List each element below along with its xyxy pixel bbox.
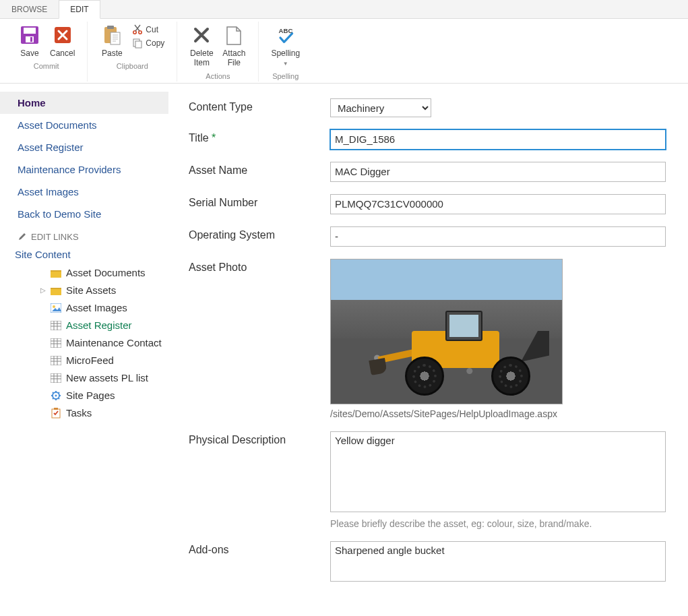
nav-site-content[interactable]: Site Content [0,246,168,263]
folder-icon [50,284,62,297]
group-actions-label: Actions [206,69,230,82]
group-spelling-label: Spelling [272,69,299,82]
save-icon [19,24,40,46]
nav-home[interactable]: Home [0,92,168,114]
sidebar: Home Asset Documents Asset Register Main… [0,84,168,611]
ribbon-group-actions: Delete Item Attach File Actions [177,22,259,82]
nav-asset-register[interactable]: Asset Register [0,136,168,158]
paste-button[interactable]: Paste [96,22,128,59]
cancel-label: Cancel [50,49,75,58]
picture-icon [50,302,62,314]
copy-button[interactable]: Copy [131,36,166,50]
tab-edit[interactable]: EDIT [59,0,100,19]
tree-asset-documents[interactable]: Asset Documents [50,264,168,282]
nav-maintenance-providers[interactable]: Maintenance Providers [0,158,168,181]
operating-system-label: Operating System [189,226,330,241]
cut-icon [132,24,143,35]
tree-asset-images[interactable]: Asset Images [50,299,168,317]
nav-asset-images[interactable]: Asset Images [0,181,168,203]
tree-new-assets-pl[interactable]: New assets PL list [50,369,168,387]
spelling-label: Spelling▼ [271,49,300,68]
edit-links-button[interactable]: EDIT LINKS [0,225,168,246]
physical-description-help: Please briefly describe the asset, eg: c… [330,518,666,529]
group-commit-label: Commit [34,59,59,71]
svg-rect-20 [51,373,61,383]
cancel-button[interactable]: Cancel [46,22,79,59]
tree-microfeed[interactable]: MicroFeed [50,352,168,369]
expand-icon[interactable]: ▷ [40,286,46,294]
required-indicator: * [212,132,216,144]
svg-text:ABC: ABC [278,27,292,34]
group-clipboard-label: Clipboard [117,59,148,71]
ribbon-group-spelling: ABC Spelling▼ Spelling [259,22,312,82]
paste-label: Paste [102,49,123,58]
tree-tasks[interactable]: Tasks [50,404,168,422]
list-icon [50,319,62,332]
ribbon-tabs: BROWSE EDIT [0,0,688,19]
edit-form: Content Type Machinery Title * Asset Nam… [168,84,688,611]
nav-asset-documents[interactable]: Asset Documents [0,114,168,136]
delete-label: Delete Item [190,49,214,68]
physical-description-input[interactable]: Yellow digger [330,431,666,512]
copy-icon [132,38,143,49]
folder-icon [50,267,62,279]
svg-rect-24 [54,408,58,410]
svg-rect-3 [30,37,32,42]
delete-icon [191,24,212,46]
svg-point-16 [53,305,55,308]
delete-item-button[interactable]: Delete Item [185,22,218,69]
title-label: Title * [189,129,330,144]
asset-name-label: Asset Name [189,162,330,177]
pencil-icon [18,232,27,241]
svg-point-9 [139,31,142,34]
asset-name-input[interactable] [330,162,666,182]
save-button[interactable]: Save [13,22,46,59]
asset-photo-label: Asset Photo [189,259,330,274]
gear-icon [50,390,62,402]
title-input[interactable] [330,129,666,150]
serial-number-label: Serial Number [189,194,330,209]
clipboard-icon [50,407,62,419]
svg-rect-14 [51,288,61,289]
ribbon: Save Cancel Commit Paste Cut [0,19,688,84]
tab-browse[interactable]: BROWSE [0,0,59,18]
svg-rect-13 [51,270,61,272]
asset-photo-path: /sites/Demo/Assets/SitePages/HelpUploadI… [330,408,666,419]
svg-rect-17 [51,321,61,330]
svg-rect-19 [51,356,61,365]
tree-maintenance-contact[interactable]: Maintenance Contact [50,334,168,352]
ribbon-group-clipboard: Paste Cut Copy Clipboard [88,22,177,82]
content-type-select[interactable]: Machinery [330,98,431,117]
tree-site-assets[interactable]: ▷ Site Assets [50,282,168,299]
copy-label: Copy [146,38,164,48]
tree-site-pages[interactable]: Site Pages [50,387,168,404]
asset-photo[interactable] [330,259,563,404]
tree-asset-register[interactable]: Asset Register [50,317,168,334]
svg-rect-6 [107,26,114,29]
site-content-tree: Asset Documents ▷ Site Assets Asset Imag… [23,264,168,422]
attach-icon [223,24,245,46]
list-icon [50,355,62,367]
serial-number-input[interactable] [330,194,666,214]
cut-label: Cut [146,25,158,34]
svg-rect-1 [24,28,36,34]
paste-icon [101,24,123,46]
operating-system-input[interactable] [330,226,666,247]
cut-button[interactable]: Cut [131,23,166,36]
list-icon [50,337,62,349]
spelling-icon: ABC [275,24,296,46]
attach-label: Attach File [222,49,245,68]
attach-file-button[interactable]: Attach File [218,22,250,69]
addons-input[interactable]: Sharpened angle bucket [330,541,666,582]
chevron-down-icon: ▼ [283,61,288,67]
content-type-label: Content Type [189,98,330,113]
svg-point-22 [55,394,57,396]
svg-rect-2 [26,36,34,42]
list-icon [50,372,62,384]
cancel-icon [52,24,73,46]
ribbon-group-commit: Save Cancel Commit [5,22,88,82]
svg-rect-11 [135,41,142,48]
spelling-button[interactable]: ABC Spelling▼ [267,22,304,69]
save-label: Save [20,49,38,58]
nav-back-to-demo[interactable]: Back to Demo Site [0,203,168,225]
